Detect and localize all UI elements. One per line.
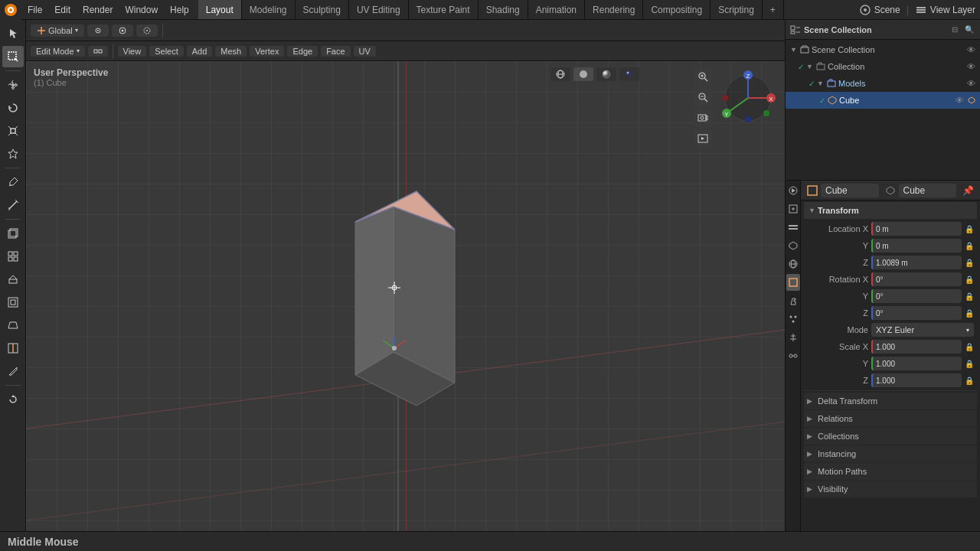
outliner-models[interactable]: ✓ ▼ Models 👁 [786,75,980,92]
rotation-y-lock[interactable]: 🔒 [965,292,974,301]
menu-edit[interactable]: Edit [48,0,77,19]
prop-tab-modifier[interactable] [786,292,800,309]
rotation-z-lock[interactable]: 🔒 [965,309,974,318]
mode-select[interactable]: XYZ Euler ▾ [871,323,974,337]
scale-z-field[interactable]: 1.000 [871,373,962,387]
tool-rotate[interactable] [2,97,24,119]
viewport-shading-solid[interactable] [573,67,593,81]
transform-section-header[interactable]: ▼ Transform [804,202,977,219]
prop-tab-physics[interactable] [786,329,800,346]
tab-compositing[interactable]: Compositing [643,0,710,19]
viewport-shading-render[interactable] [619,67,639,81]
relations-section[interactable]: ▶ Relations [804,410,977,427]
scale-z-lock[interactable]: 🔒 [965,377,974,385]
outliner-filter-btn[interactable]: ⊟ [949,24,961,36]
tool-extrude[interactable] [2,269,24,290]
outliner-search-btn[interactable]: 🔍 [963,24,975,36]
prop-pin-icon[interactable]: 📌 [962,185,974,196]
location-y-field[interactable]: 0 m [871,239,962,253]
location-y-lock[interactable]: 🔒 [965,242,974,250]
face-menu-btn[interactable]: Face [321,46,350,57]
tool-cursor[interactable] [2,23,24,44]
tool-inset[interactable] [2,292,24,313]
outliner-collection[interactable]: ✓ ▼ Collection 👁 [786,58,980,75]
rotation-y-field[interactable]: 0° [871,289,962,303]
uv-menu-btn[interactable]: UV [354,46,376,57]
location-x-field[interactable]: 0 m [871,222,962,236]
scale-x-field[interactable]: 1.000 [871,340,962,354]
object-name-field[interactable]: Cube [821,184,879,197]
snap-btn[interactable] [112,24,133,37]
cube-eye[interactable]: 👁 [956,96,964,105]
motion-paths-section[interactable]: ▶ Motion Paths [804,463,977,480]
prop-tab-constraints[interactable] [786,347,800,364]
tool-scale[interactable] [2,120,24,142]
models-eye[interactable]: 👁 [967,79,975,88]
render-preview-btn[interactable] [694,129,712,148]
tab-layout[interactable]: Layout [198,0,242,19]
menu-window[interactable]: Window [119,0,164,19]
models-check[interactable]: ✓ [808,80,815,88]
delta-transform-section[interactable]: ▶ Delta Transform [804,393,977,409]
scale-y-field[interactable]: 1.000 [871,357,962,370]
location-z-field[interactable]: 1.0089 m [871,256,962,269]
collections-section[interactable]: ▶ Collections [804,428,977,445]
edit-mode-btn[interactable]: Edit Mode ▾ [31,46,85,57]
outliner-scene-collection[interactable]: ▼ Scene Collection 👁 [786,41,980,58]
rotation-x-field[interactable]: 0° [871,272,962,286]
rotation-z-field[interactable]: 0° [871,306,962,320]
tab-animation[interactable]: Animation [528,0,585,19]
outliner-cube[interactable]: ✓ Cube 👁 [786,92,980,109]
zoom-in-btn[interactable] [694,67,712,86]
pivot-btn[interactable] [87,24,109,37]
viewport-options-btn[interactable] [88,46,108,57]
add-menu-btn[interactable]: Add [187,46,213,57]
prop-tab-scene[interactable] [786,237,800,254]
prop-tab-particles[interactable] [786,311,800,328]
tool-measure[interactable] [2,194,24,216]
object-data-field[interactable]: Cube [899,184,957,197]
instancing-section[interactable]: ▶ Instancing [804,445,977,462]
viewport-shading-wire[interactable] [550,67,570,81]
tab-modeling[interactable]: Modeling [242,0,296,19]
tool-move[interactable] [2,74,24,96]
zoom-out-btn[interactable] [694,88,712,106]
scale-x-lock[interactable]: 🔒 [965,343,974,351]
viewport-gizmo[interactable]: X Y Z [717,67,779,129]
tab-texture-paint[interactable]: Texture Paint [409,0,479,19]
prop-tab-world[interactable] [786,256,800,272]
tool-transform[interactable] [2,143,24,165]
tab-sculpting[interactable]: Sculpting [296,0,349,19]
rotation-x-lock[interactable]: 🔒 [965,276,974,284]
viewport-shading-material[interactable] [596,67,616,81]
tool-spin[interactable] [2,389,24,410]
location-z-lock[interactable]: 🔒 [965,259,974,267]
tool-select-box[interactable] [2,46,24,67]
tool-annotate[interactable] [2,171,24,193]
col-eye[interactable]: 👁 [967,62,975,71]
prop-tab-view-layer[interactable] [786,219,800,236]
visibility-section[interactable]: ▶ Visibility [804,481,977,497]
menu-render[interactable]: Render [77,0,119,19]
camera-view-btn[interactable] [694,109,712,127]
tab-add[interactable]: + [763,0,784,19]
prop-tab-object[interactable] [786,274,800,291]
view-menu-btn[interactable]: View [118,46,147,57]
select-menu-btn[interactable]: Select [149,46,184,57]
sc-eye[interactable]: 👁 [967,45,975,54]
menu-help[interactable]: Help [164,0,195,19]
prop-tab-render[interactable] [786,182,800,199]
viewport-3d[interactable]: User Perspective (1) Cube X Y [26,61,785,531]
tool-loop-cut[interactable] [2,337,24,359]
col-check[interactable]: ✓ [798,63,804,71]
tab-shading[interactable]: Shading [479,0,528,19]
tool-add-cube[interactable] [2,223,24,244]
scale-y-lock[interactable]: 🔒 [965,360,974,368]
edge-menu-btn[interactable]: Edge [287,46,318,57]
tab-scripting[interactable]: Scripting [710,0,763,19]
transform-orientation-btn[interactable]: Global ▾ [31,24,84,37]
tool-bevel[interactable] [2,315,24,336]
prop-tab-output[interactable] [786,201,800,217]
tab-rendering[interactable]: Rendering [585,0,643,19]
mesh-menu-btn[interactable]: Mesh [215,46,247,57]
